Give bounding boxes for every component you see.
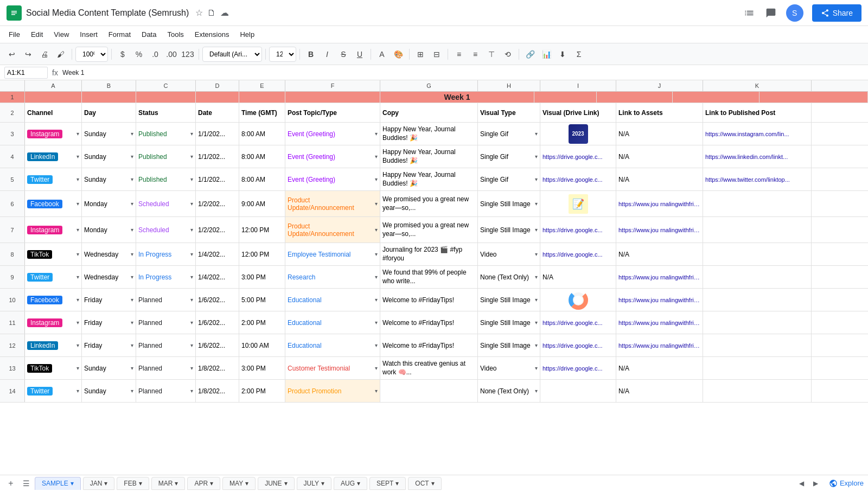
text-wrap-button[interactable]: ⟲ <box>500 47 515 62</box>
cell-channel-9[interactable]: Twitter▾ <box>25 266 82 288</box>
cell-link-published-7[interactable] <box>703 217 812 243</box>
cell-link-assets-9[interactable]: https://www.jou rnalingwithfrien ds.com/… <box>616 266 703 288</box>
cell-visual-link-6[interactable]: 📝 <box>540 191 616 216</box>
cell-copy-8[interactable]: Journaling for 2023 🎬 #fyp #foryou <box>380 243 478 265</box>
format-123-button[interactable]: 123 <box>180 47 195 62</box>
undo-button[interactable]: ↩ <box>4 47 20 62</box>
sheet-tab-aug[interactable]: AUG ▾ <box>334 477 367 490</box>
cell-posttype-6[interactable]: Product Update/Announcement▾ <box>285 191 380 216</box>
cell-copy-10[interactable]: Welcome to #FridayTips! <box>380 289 478 311</box>
align-left-button[interactable]: ≡ <box>451 47 467 62</box>
cell-visual-link-14[interactable] <box>540 380 616 402</box>
week-header-i[interactable] <box>597 92 673 103</box>
cell-link-assets-8[interactable]: N/A <box>616 243 703 265</box>
header-link-assets[interactable]: Link to Assets <box>616 103 703 122</box>
print-button[interactable]: 🖨 <box>37 47 52 62</box>
file-icon[interactable]: 🗋 <box>207 8 216 18</box>
week-header-f[interactable] <box>285 92 380 103</box>
cell-posttype-3[interactable]: Event (Greeting)▾ <box>285 123 380 145</box>
cell-posttype-7[interactable]: Product Update/Announcement▾ <box>285 217 380 243</box>
filter-button[interactable]: ⬇ <box>555 47 570 62</box>
header-post-type[interactable]: Post Topic/Type <box>285 103 380 122</box>
cell-visual-type-12[interactable]: Single Still Image▾ <box>478 334 540 356</box>
zoom-select[interactable]: 100% <box>75 47 108 62</box>
col-header-j[interactable]: J <box>616 80 703 91</box>
col-header-k[interactable]: K <box>703 80 812 91</box>
header-link-published[interactable]: Link to Published Post <box>703 103 812 122</box>
menu-insert[interactable]: Insert <box>75 28 102 41</box>
cell-time-8[interactable]: 12:00 PM <box>239 243 285 265</box>
header-copy[interactable]: Copy <box>380 103 478 122</box>
cell-copy-13[interactable]: Watch this creative genius at work 🧠... <box>380 357 478 379</box>
cell-date-8[interactable]: 1/4/202... <box>196 243 239 265</box>
cell-visual-type-4[interactable]: Single Gif▾ <box>478 145 540 168</box>
cell-time-7[interactable]: 12:00 PM <box>239 217 285 243</box>
cell-day-7[interactable]: Monday▾ <box>82 217 136 243</box>
cell-channel-3[interactable]: Instagram▾ <box>25 123 82 145</box>
cell-visual-link-3[interactable]: 2023 <box>540 123 616 145</box>
header-date[interactable]: Date <box>196 103 239 122</box>
cell-posttype-12[interactable]: Educational▾ <box>285 334 380 356</box>
row-num-9[interactable]: 9 <box>0 266 25 288</box>
cell-date-9[interactable]: 1/4/202... <box>196 266 239 288</box>
paint-format-button[interactable]: 🖌 <box>53 47 68 62</box>
cell-time-12[interactable]: 10:00 AM <box>239 334 285 356</box>
link-button[interactable]: 🔗 <box>522 47 538 62</box>
cell-copy-14[interactable] <box>380 380 478 402</box>
cell-channel-11[interactable]: Instagram▾ <box>25 311 82 334</box>
cell-day-4[interactable]: Sunday▾ <box>82 145 136 168</box>
cell-status-12[interactable]: Planned▾ <box>136 334 196 356</box>
cell-channel-4[interactable]: LinkedIn▾ <box>25 145 82 168</box>
cell-reference-input[interactable] <box>4 67 48 79</box>
align-center-button[interactable]: ≡ <box>468 47 483 62</box>
col-header-e[interactable]: E <box>239 80 285 91</box>
cell-date-7[interactable]: 1/2/202... <box>196 217 239 243</box>
sheet-tab-oct[interactable]: OCT ▾ <box>408 477 441 490</box>
percent-button[interactable]: % <box>131 47 146 62</box>
cell-copy-11[interactable]: Welcome to #FridayTips! <box>380 311 478 334</box>
cell-day-10[interactable]: Friday▾ <box>82 289 136 311</box>
cell-status-4[interactable]: Published▾ <box>136 145 196 168</box>
menu-tools[interactable]: Tools <box>163 28 188 41</box>
redo-button[interactable]: ↪ <box>21 47 36 62</box>
cell-visual-type-11[interactable]: Single Still Image▾ <box>478 311 540 334</box>
week-header-c[interactable] <box>136 92 196 103</box>
profile-avatar[interactable]: S <box>786 4 803 22</box>
cell-time-14[interactable]: 2:00 PM <box>239 380 285 402</box>
cell-status-13[interactable]: Planned▾ <box>136 357 196 379</box>
cell-visual-link-9[interactable]: N/A <box>540 266 616 288</box>
analytics-icon[interactable] <box>743 7 756 20</box>
cell-visual-link-4[interactable]: https://drive.google.c... <box>540 145 616 168</box>
cell-visual-link-5[interactable]: https://drive.google.c... <box>540 168 616 190</box>
cell-link-assets-7[interactable]: https://www.jou rnalingwithfrien... <box>616 217 703 243</box>
cell-date-4[interactable]: 1/1/202... <box>196 145 239 168</box>
cell-time-9[interactable]: 3:00 PM <box>239 266 285 288</box>
cell-link-assets-10[interactable]: https://www.jou rnalingwithfrien ds.com/… <box>616 289 703 311</box>
sheet-menu-button[interactable]: ☰ <box>20 477 33 490</box>
cell-date-3[interactable]: 1/1/202... <box>196 123 239 145</box>
italic-button[interactable]: I <box>320 47 335 62</box>
cell-channel-6[interactable]: Facebook▾ <box>25 191 82 216</box>
chat-icon[interactable] <box>764 7 777 20</box>
cell-link-assets-11[interactable]: https://www.jou rnalingwithfrien... <box>616 311 703 334</box>
week-header-j[interactable] <box>673 92 760 103</box>
cell-link-published-5[interactable]: https://www.twitter.com/linktop... <box>703 168 812 190</box>
cell-time-4[interactable]: 8:00 AM <box>239 145 285 168</box>
col-header-c[interactable]: C <box>136 80 196 91</box>
cell-day-13[interactable]: Sunday▾ <box>82 357 136 379</box>
row-num-7[interactable]: 7 <box>0 217 25 243</box>
row-num-6[interactable]: 6 <box>0 191 25 216</box>
cell-visual-type-14[interactable]: None (Text Only)▾ <box>478 380 540 402</box>
row-num-10[interactable]: 10 <box>0 289 25 311</box>
cell-link-assets-6[interactable]: https://www.jou rnalingwithfrien... <box>616 191 703 216</box>
cell-day-8[interactable]: Wednesday▾ <box>82 243 136 265</box>
cell-link-published-14[interactable] <box>703 380 812 402</box>
cell-link-published-11[interactable] <box>703 311 812 334</box>
cell-visual-link-7[interactable]: https://drive.google.c... <box>540 217 616 243</box>
cell-time-6[interactable]: 9:00 AM <box>239 191 285 216</box>
cell-channel-7[interactable]: Instagram▾ <box>25 217 82 243</box>
cell-link-published-8[interactable] <box>703 243 812 265</box>
bold-button[interactable]: B <box>303 47 318 62</box>
cell-time-11[interactable]: 2:00 PM <box>239 311 285 334</box>
cell-status-8[interactable]: In Progress▾ <box>136 243 196 265</box>
